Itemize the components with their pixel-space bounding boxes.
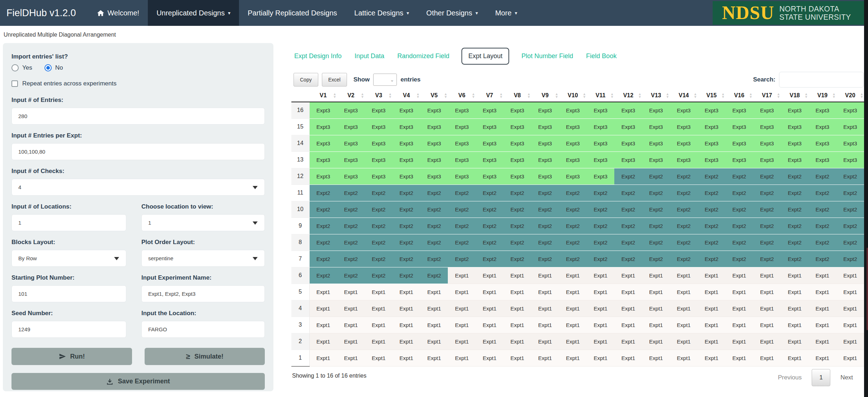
caret-down-icon: ▾ <box>475 10 478 16</box>
excel-button[interactable]: Excel <box>322 73 347 87</box>
paper-plane-icon <box>59 353 66 360</box>
checks-select[interactable]: 4 <box>11 179 265 196</box>
page-length-select[interactable]: ⌄ <box>373 74 397 86</box>
window-scrollbar[interactable] <box>864 0 868 397</box>
column-header-v7[interactable]: V7▴▾ <box>476 89 503 102</box>
sort-icon[interactable]: ▴▾ <box>639 93 641 98</box>
blocks-layout-select[interactable]: By Row <box>11 250 126 267</box>
column-header-v6[interactable]: V6▴▾ <box>448 89 475 102</box>
show-label: Show <box>353 76 370 83</box>
tab-randomized-field[interactable]: Randomized Field <box>397 48 450 64</box>
column-header-v16[interactable]: V16▴▾ <box>725 89 753 102</box>
nav-item-welcome[interactable]: Welcome! <box>88 0 148 26</box>
locations-label: Input # of Locations: <box>11 203 126 210</box>
plot-cell: Expt2 <box>420 267 448 284</box>
nav-item-unreplicated-designs[interactable]: Unreplicated Designs▾ <box>148 0 239 26</box>
column-header-v19[interactable]: V19▴▾ <box>808 89 836 102</box>
column-header-v4[interactable]: V4▴▾ <box>393 89 420 102</box>
column-header-v14[interactable]: V14▴▾ <box>670 89 698 102</box>
sort-icon[interactable]: ▴▾ <box>528 93 530 98</box>
row-number: 1 <box>291 350 309 366</box>
tab-field-book[interactable]: Field Book <box>585 48 617 64</box>
tab-expt-design-info[interactable]: Expt Design Info <box>294 48 342 64</box>
column-header-v8[interactable]: V8▴▾ <box>503 89 531 102</box>
column-header-v12[interactable]: V12▴▾ <box>614 89 642 102</box>
seed-input[interactable] <box>11 321 126 338</box>
tab-plot-number-field[interactable]: Plot Number Field <box>521 48 574 64</box>
sort-icon[interactable]: ▴▾ <box>833 93 835 98</box>
repeat-entries-checkbox[interactable] <box>11 80 18 87</box>
radio-option-yes[interactable]: Yes <box>11 64 32 71</box>
plot-cell: Expt2 <box>337 234 365 251</box>
starting-plot-input[interactable] <box>11 285 126 302</box>
search-input[interactable] <box>779 72 864 88</box>
column-header-v9[interactable]: V9▴▾ <box>531 89 559 102</box>
column-header-v20[interactable]: V20▴▾ <box>836 89 864 102</box>
plot-cell: Expt2 <box>448 218 475 234</box>
column-header-v13[interactable]: V13▴▾ <box>642 89 670 102</box>
radio-yes-icon[interactable] <box>11 64 19 71</box>
plot-cell: Expt3 <box>531 102 559 118</box>
sort-icon[interactable]: ▴▾ <box>473 93 474 98</box>
sort-icon[interactable]: ▴▾ <box>417 93 419 98</box>
nav-item-more[interactable]: More▾ <box>487 0 526 26</box>
column-header-v17[interactable]: V17▴▾ <box>753 89 781 102</box>
copy-button[interactable]: Copy <box>294 73 318 87</box>
column-header-v2[interactable]: V2▴▾ <box>337 89 365 102</box>
plot-cell: Expt3 <box>365 151 393 168</box>
sort-icon[interactable]: ▴▾ <box>445 93 446 98</box>
app-brand[interactable]: FielDHub v1.2.0 <box>0 0 88 26</box>
experiment-name-input[interactable] <box>141 285 265 302</box>
plot-cell: Expt2 <box>503 218 531 234</box>
column-header-v1[interactable]: V1▴▾ <box>309 89 337 102</box>
sort-icon[interactable]: ▴▾ <box>861 93 863 98</box>
locations-input[interactable] <box>11 214 126 231</box>
location-name-input[interactable] <box>141 321 265 338</box>
nav-item-partially-replicated-designs[interactable]: Partially Replicated Designs <box>239 0 346 26</box>
sort-icon[interactable]: ▴▾ <box>500 93 502 98</box>
experiment-name-label: Input Experiment Name: <box>141 274 265 281</box>
sort-icon[interactable]: ▴▾ <box>611 93 613 98</box>
radio-option-no[interactable]: No <box>44 64 63 71</box>
nav-item-other-designs[interactable]: Other Designs▾ <box>418 0 487 26</box>
column-header-v5[interactable]: V5▴▾ <box>420 89 448 102</box>
nav-item-lattice-designs[interactable]: Lattice Designs▾ <box>346 0 418 26</box>
sort-icon[interactable]: ▴▾ <box>334 93 336 98</box>
tab-expt-layout[interactable]: Expt Layout <box>461 48 509 65</box>
sort-icon[interactable]: ▴▾ <box>694 93 696 98</box>
sort-icon[interactable]: ▴▾ <box>667 93 668 98</box>
radio-no-icon[interactable] <box>44 64 52 71</box>
sort-icon[interactable]: ▴▾ <box>583 93 585 98</box>
column-header-v10[interactable]: V10▴▾ <box>559 89 587 102</box>
sort-icon[interactable]: ▴▾ <box>750 93 752 98</box>
sort-icon[interactable]: ▴▾ <box>389 93 391 98</box>
plot-cell: Expt2 <box>753 201 781 218</box>
page-1-button[interactable]: 1 <box>812 369 830 386</box>
plot-cell: Expt2 <box>337 267 365 284</box>
plot-cell: Expt2 <box>420 218 448 234</box>
repeat-entries-checkbox-row[interactable]: Repeat entries across experiments <box>11 80 265 87</box>
simulate-button[interactable]: ≥ Simulate! <box>145 348 265 365</box>
entries-input[interactable] <box>11 108 265 125</box>
save-experiment-button[interactable]: Save Experiment <box>11 373 265 390</box>
column-header-v3[interactable]: V3▴▾ <box>365 89 393 102</box>
sort-icon[interactable]: ▴▾ <box>778 93 779 98</box>
sort-icon[interactable]: ▴▾ <box>805 93 807 98</box>
next-page-button[interactable]: Next <box>840 374 853 381</box>
run-button[interactable]: Run! <box>11 348 132 365</box>
plot-cell: Expt1 <box>393 300 420 317</box>
plot-order-select[interactable]: serpentine <box>141 250 265 267</box>
entries-per-expt-input[interactable] <box>11 143 265 160</box>
tab-input-data[interactable]: Input Data <box>354 48 385 64</box>
sort-icon[interactable]: ▴▾ <box>362 93 363 98</box>
column-header-v18[interactable]: V18▴▾ <box>781 89 808 102</box>
plot-cell: Expt1 <box>725 300 753 317</box>
plot-cell: Expt3 <box>503 118 531 135</box>
location-view-select[interactable]: 1 <box>141 214 265 231</box>
column-header-v15[interactable]: V15▴▾ <box>698 89 725 102</box>
sort-icon[interactable]: ▴▾ <box>556 93 558 98</box>
column-header-v11[interactable]: V11▴▾ <box>587 89 614 102</box>
sort-icon[interactable]: ▴▾ <box>722 93 724 98</box>
plot-cell: Expt3 <box>309 168 337 185</box>
previous-page-button[interactable]: Previous <box>778 374 802 381</box>
